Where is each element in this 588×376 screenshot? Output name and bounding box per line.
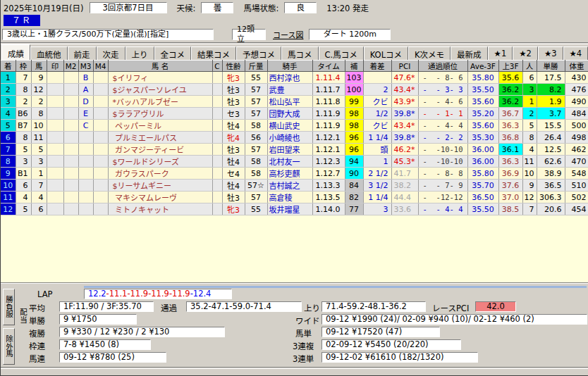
cell-bw: 462 [565, 144, 588, 156]
race-condition-row: 3歳以上・1勝クラス/500万下(定量)(混)[指定] 12頭立 コース図 ダー… [1, 27, 588, 42]
cell-kg: 57☆ [245, 180, 267, 192]
tab-8[interactable]: 馬コメ [281, 46, 319, 60]
cell-hosei: 103 [345, 72, 363, 84]
cell-margin: 2 1/2 [363, 168, 391, 180]
tab-16[interactable]: ★4 [563, 46, 588, 60]
column-header[interactable]: 人 [522, 61, 537, 72]
quinella-value: 09-12 ¥8780 (25) [59, 352, 166, 363]
tab-5[interactable]: 全コメ [154, 46, 192, 60]
cell-ave: 36.50 [467, 192, 498, 203]
column-header[interactable]: タイム [312, 61, 345, 72]
cell-pos: 12 [1, 203, 16, 215]
cell-hosei: 90 [345, 168, 363, 180]
tab-0[interactable]: 成績 [1, 44, 30, 60]
lap-segment: 12.2 [88, 289, 106, 299]
cell-odds: 306.3 [537, 192, 565, 203]
result-row[interactable]: 1067$リーサムギニー牡457☆吉村誠之1.13.3843 1/238.2- … [1, 180, 588, 192]
exacta-value: 09-12 ¥17520 (47) [321, 327, 440, 337]
tab-14[interactable]: ★2 [513, 46, 538, 60]
lap-segment: 11.1 [109, 289, 128, 299]
cell-m3 [78, 203, 93, 215]
column-header[interactable]: 性齢 [222, 61, 245, 72]
column-header[interactable]: 体重 [565, 61, 588, 72]
cell-odds: 26.4 [537, 132, 565, 144]
tab-4[interactable]: 上り [125, 46, 154, 60]
cell-jockey: 西村淳也 [267, 72, 312, 84]
silks-button[interactable]: 勝負服 [3, 289, 15, 325]
cell-pass: - - 3- 3 [418, 84, 467, 96]
cell-pass: - - 8- 6 [418, 72, 467, 84]
cell-waku: 7 [16, 72, 31, 84]
cell-m4 [93, 72, 108, 84]
tab-7[interactable]: 予想コメ [236, 46, 281, 60]
column-header[interactable]: C [212, 61, 222, 72]
column-header[interactable]: 補 [345, 61, 363, 72]
result-row[interactable]: 1144 マキシマムレーヴ牡357高倉稜1.13.5821 1/444.4- -… [1, 192, 588, 203]
trifecta-label: 3連単 [293, 353, 314, 364]
cell-m4 [93, 192, 108, 203]
cell-m3 [78, 156, 93, 168]
cell-pass: - - 4- 4 [418, 203, 467, 215]
column-header[interactable]: 着差 [363, 61, 391, 72]
column-header[interactable]: 通過順位 [418, 61, 467, 72]
avg-value: 1F:11.90 / 3F:35.70 [59, 301, 154, 312]
column-header[interactable]: Ave-3F [467, 61, 498, 72]
result-row[interactable]: 9B11 ガウラスパークセ458高杉吏麒1.12.7902 1/241.7- -… [1, 168, 588, 180]
tab-10[interactable]: KOLコメ [364, 46, 408, 60]
tab-12[interactable]: 最新成 [451, 46, 488, 60]
cell-pci: 45.3* [391, 156, 418, 168]
cell-jockey: 高杉吏麒 [267, 168, 312, 180]
column-header[interactable]: M2 [63, 61, 78, 72]
tab-3[interactable]: 次走 [97, 46, 125, 60]
result-row[interactable]: 1256 ミトノキャット牝355坂井瑠星1.14.077333.6- - 4- … [1, 203, 588, 215]
cell-l3f: 36.2 [498, 84, 522, 96]
column-header[interactable]: M4 [93, 61, 108, 72]
tab-2[interactable]: 前走 [68, 46, 97, 60]
tab-1[interactable]: 血統他 [30, 46, 68, 60]
cell-m4 [93, 168, 108, 180]
tab-15[interactable]: ★3 [538, 46, 563, 60]
cell-jockey: 坂井瑠星 [267, 203, 312, 215]
result-row[interactable]: 833$ワールドシリーズ牡458北村友一1.12.394145.3*- -10-… [1, 156, 588, 168]
cell-mark [47, 120, 63, 132]
column-header[interactable]: 騎手 [267, 61, 312, 72]
cell-m2 [63, 132, 78, 144]
cell-num: 4 [31, 192, 47, 203]
column-header[interactable]: 馬 [31, 61, 47, 72]
column-header[interactable]: 印 [47, 61, 63, 72]
excluded-horses-button[interactable]: 除外馬 [3, 328, 15, 365]
result-row[interactable]: 4B68E$ララアヴリルセ357団野大成1.11.9981/239.8*- - … [1, 108, 588, 120]
cell-sexage: 牝4 [222, 132, 245, 144]
tab-9[interactable]: C.馬コメ [319, 46, 364, 60]
cell-margin [363, 72, 391, 84]
column-header[interactable]: 枠 [16, 61, 31, 72]
column-header[interactable]: 着 [1, 61, 16, 72]
result-row[interactable]: 6811 プルミエールパス牝456小崎綾也1.12.1961 1/439.8*-… [1, 132, 588, 144]
cell-pop: 6 [522, 72, 537, 84]
column-header[interactable]: 単勝 [537, 61, 565, 72]
tab-13[interactable]: ★1 [488, 46, 513, 60]
tab-6[interactable]: 結果コメ [191, 46, 236, 60]
result-row[interactable]: 5B710C ペッパーミル牡458横山武史1.11.998クビ43.4*- - … [1, 120, 588, 132]
result-row[interactable]: 322D*バッハアルブゼー牡357松山弘平1.11.899クビ43.9*- - … [1, 96, 588, 108]
result-row[interactable]: 2812A$ジャスパーソレイユ牡357武豊1.11.7100243.4*- - … [1, 84, 588, 96]
column-header[interactable]: 上3F [498, 61, 522, 72]
column-header[interactable]: PCI [391, 61, 418, 72]
cell-l3f: 36.9 [498, 168, 522, 180]
course-info: ダート 1200m [309, 29, 391, 40]
column-header[interactable]: M3 [78, 61, 93, 72]
column-header[interactable]: 斤量 [245, 61, 267, 72]
cell-time: 1.14.0 [312, 203, 345, 215]
column-header[interactable]: 馬 名 [108, 61, 212, 72]
result-row[interactable]: 755 ガンマジーティービ牡357岩田望来1.12.196頭46.2*- -10… [1, 144, 588, 156]
tab-11[interactable]: K次メモ [408, 46, 451, 60]
result-row[interactable]: 179B$イリフィ牝355西村淳也1.11.410347.6*- - 8- 63… [1, 72, 588, 84]
cell-name: ガンマジーティービ [108, 144, 212, 156]
cell-jockey: 北村友一 [267, 156, 312, 168]
cell-m3 [78, 180, 93, 192]
race-date: 2025年10月19日(日) [4, 2, 84, 13]
cell-m3 [78, 132, 93, 144]
cell-time: 1.12.1 [312, 144, 345, 156]
course-map-link[interactable]: コース図 [273, 29, 303, 40]
cell-pci: 47.6* [391, 72, 418, 84]
